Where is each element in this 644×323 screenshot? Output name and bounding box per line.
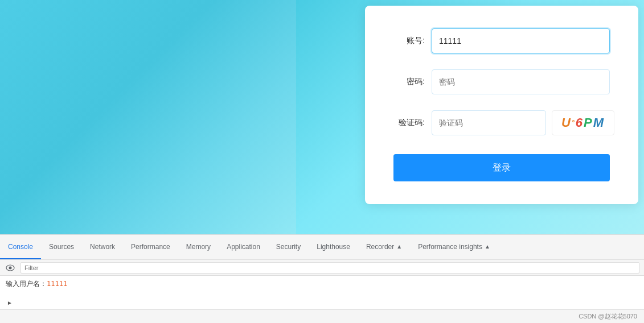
footer-text: CSDN @赵花花5070 <box>579 312 637 321</box>
recorder-icon: ▲ <box>396 243 402 250</box>
expand-arrow-icon[interactable]: ► <box>7 300 13 306</box>
tab-recorder[interactable]: Recorder ▲ <box>358 235 410 259</box>
console-area: 输入用户名：11111 ► CSDN @赵花花5070 <box>0 259 644 323</box>
login-button[interactable]: 登录 <box>393 154 610 181</box>
captcha-input[interactable] <box>432 110 546 135</box>
account-input[interactable] <box>432 28 610 53</box>
captcha-row: 验证码: U°6PM <box>393 110 610 135</box>
svg-point-1 <box>9 266 12 269</box>
account-label: 账号: <box>393 36 425 46</box>
captcha-char-p: P <box>584 115 593 130</box>
password-label: 密码: <box>393 77 425 87</box>
tab-performance-insights[interactable]: Performance insights ▲ <box>410 235 498 259</box>
captcha-char-m: M <box>593 115 605 130</box>
tab-application[interactable]: Application <box>219 235 268 259</box>
password-row: 密码: <box>393 69 610 94</box>
tab-performance[interactable]: Performance <box>123 235 178 259</box>
log-value: 11111 <box>47 280 67 288</box>
console-toolbar <box>0 260 644 276</box>
devtools-tabbar: Console Sources Network Performance Memo… <box>0 234 644 259</box>
captcha-char-u: U <box>561 115 572 130</box>
perf-insights-icon: ▲ <box>485 243 490 250</box>
tab-sources[interactable]: Sources <box>41 235 82 259</box>
console-log-row: 输入用户名：11111 <box>6 279 638 289</box>
page-area: 账号: 密码: 验证码: U°6PM 登录 <box>0 0 644 234</box>
captcha-label: 验证码: <box>393 118 425 128</box>
eye-icon[interactable] <box>5 262 16 274</box>
filter-input[interactable] <box>20 262 639 274</box>
captcha-degree: ° <box>572 119 576 127</box>
tab-memory[interactable]: Memory <box>178 235 219 259</box>
console-content: 输入用户名：11111 <box>0 276 644 299</box>
expand-row: ► <box>0 299 644 309</box>
left-panel <box>0 0 296 234</box>
account-row: 账号: <box>393 28 610 53</box>
login-card: 账号: 密码: 验证码: U°6PM 登录 <box>365 6 638 204</box>
captcha-container: U°6PM <box>432 110 614 135</box>
captcha-image[interactable]: U°6PM <box>552 110 614 135</box>
password-input[interactable] <box>432 69 610 94</box>
tab-network[interactable]: Network <box>82 235 123 259</box>
tab-console[interactable]: Console <box>0 235 41 259</box>
captcha-char-6: 6 <box>576 115 584 130</box>
log-prefix: 输入用户名：11111 <box>6 279 67 289</box>
tab-security[interactable]: Security <box>268 235 309 259</box>
tab-lighthouse[interactable]: Lighthouse <box>309 235 358 259</box>
console-footer: CSDN @赵花花5070 <box>0 309 644 323</box>
